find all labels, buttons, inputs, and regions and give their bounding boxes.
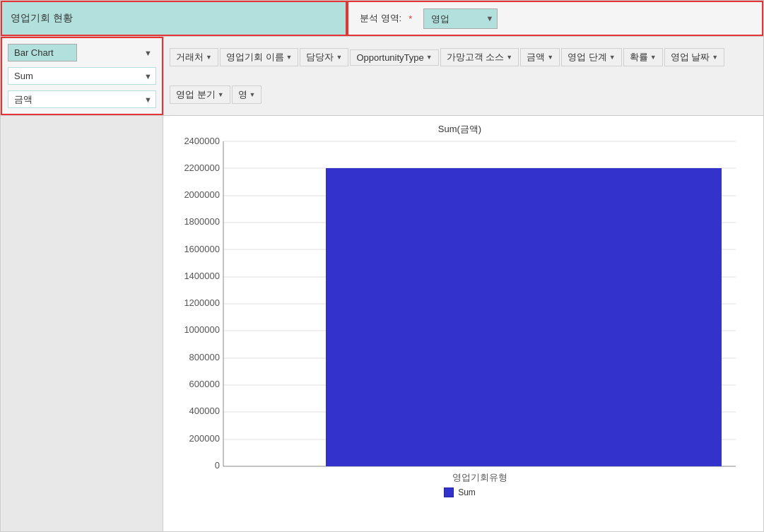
main-content: Sum(금액) 24000 xyxy=(1,116,763,531)
svg-text:2400000: 2400000 xyxy=(184,136,220,146)
filter-arrow-more-icon: ▼ xyxy=(249,91,256,98)
filter-arrow-opportunity-type-icon: ▼ xyxy=(426,54,433,61)
filter-label-probability: 확률 xyxy=(630,51,648,64)
filter-btn-amount[interactable]: 금액 ▼ xyxy=(520,48,560,66)
filter-label-more: 영 xyxy=(238,88,247,101)
filter-arrow-sales-stage-icon: ▼ xyxy=(609,54,616,61)
filter-label-opportunity-name: 영업기회 이름 xyxy=(226,51,284,64)
filter-arrow-lead-source-icon: ▼ xyxy=(506,54,512,61)
svg-text:600000: 600000 xyxy=(189,379,219,389)
analysis-region-panel: 분석 영역: * 영업 마케팅 고객서비스 ▼ xyxy=(347,1,763,36)
svg-text:1400000: 1400000 xyxy=(184,271,220,281)
chart-type-wrapper: Bar Chart Line Chart Pie Chart ▼ xyxy=(8,44,156,61)
filter-arrow-transaction-icon: ▼ xyxy=(206,54,212,61)
filter-arrow-probability-icon: ▼ xyxy=(650,54,657,61)
filter-label-amount: 금액 xyxy=(527,51,545,64)
left-sidebar xyxy=(1,116,163,531)
filter-label-sales-quarter: 영업 분기 xyxy=(176,88,216,101)
filter-btn-sales-date[interactable]: 영업 날짜 ▼ xyxy=(664,48,725,66)
chart-config-panel: Bar Chart Line Chart Pie Chart ▼ Sum Cou… xyxy=(1,37,163,115)
aggregation-select[interactable]: Sum Count Average Max Min xyxy=(8,67,156,85)
filter-btn-transaction[interactable]: 거래처 ▼ xyxy=(170,48,218,66)
field-wrapper: 금액 확률 영업 단계 ▼ xyxy=(8,90,156,108)
aggregation-row: Sum Count Average Max Min ▼ xyxy=(8,67,156,85)
bar-sum xyxy=(326,168,722,466)
analysis-select-wrapper: 영업 마케팅 고객서비스 ▼ xyxy=(423,8,498,29)
chart-type-select[interactable]: Bar Chart Line Chart Pie Chart xyxy=(8,44,77,61)
filter-label-transaction: 거래처 xyxy=(176,51,204,64)
svg-text:영업기회유형: 영업기회유형 xyxy=(452,472,507,483)
second-row: Bar Chart Line Chart Pie Chart ▼ Sum Cou… xyxy=(1,37,763,116)
filter-btn-sales-stage[interactable]: 영업 단계 ▼ xyxy=(561,48,622,66)
filter-label-lead-source: 가망고객 소스 xyxy=(447,51,505,64)
filter-btn-sales-quarter[interactable]: 영업 분기 ▼ xyxy=(170,85,230,104)
chart-area: Sum(금액) 24000 xyxy=(163,116,763,531)
svg-text:1600000: 1600000 xyxy=(184,244,220,254)
filter-arrow-opportunity-name-icon: ▼ xyxy=(286,54,293,61)
filter-btn-more[interactable]: 영 ▼ xyxy=(232,85,262,104)
filter-btn-opportunity-name[interactable]: 영업기회 이름 ▼ xyxy=(220,48,299,66)
legend-area: Sum xyxy=(444,487,476,497)
svg-text:200000: 200000 xyxy=(189,433,219,444)
aggregation-wrapper: Sum Count Average Max Min ▼ xyxy=(8,67,156,85)
field-select[interactable]: 금액 확률 영업 단계 xyxy=(8,90,156,108)
filter-arrow-sales-quarter-icon: ▼ xyxy=(218,91,224,98)
filter-label-opportunity-type: OpportunityType xyxy=(356,52,423,63)
app-container: 영업기회 현황 분석 영역: * 영업 마케팅 고객서비스 ▼ Bar Char… xyxy=(0,0,764,532)
legend-color-box xyxy=(444,487,454,497)
filter-arrow-amount-icon: ▼ xyxy=(547,54,553,61)
filter-label-assignee: 담당자 xyxy=(306,51,334,64)
analysis-label: 분석 영역: xyxy=(360,12,401,25)
page-title: 영업기회 현황 xyxy=(1,1,347,36)
svg-text:400000: 400000 xyxy=(189,406,219,416)
legend-label: Sum xyxy=(458,487,476,497)
filter-btn-probability[interactable]: 확률 ▼ xyxy=(623,48,663,66)
svg-text:2200000: 2200000 xyxy=(184,162,220,173)
chart-title: Sum(금액) xyxy=(438,123,481,136)
bar-chart-svg: 2400000 2200000 2000000 1800000 1600000 … xyxy=(184,141,736,480)
required-mark: * xyxy=(409,13,412,24)
filter-arrow-assignee-icon: ▼ xyxy=(336,54,342,61)
top-header: 영업기회 현황 분석 영역: * 영업 마케팅 고객서비스 ▼ xyxy=(1,1,763,37)
filter-btn-lead-source[interactable]: 가망고객 소스 ▼ xyxy=(440,48,519,66)
field-row: 금액 확률 영업 단계 ▼ xyxy=(8,90,156,108)
filter-label-sales-stage: 영업 단계 xyxy=(568,51,607,64)
analysis-select[interactable]: 영업 마케팅 고객서비스 xyxy=(423,8,498,29)
chart-type-selector: Bar Chart Line Chart Pie Chart ▼ xyxy=(8,44,156,61)
filter-btn-assignee[interactable]: 담당자 ▼ xyxy=(300,48,348,66)
filter-btn-opportunity-type[interactable]: OpportunityType ▼ xyxy=(350,49,438,66)
svg-text:1800000: 1800000 xyxy=(184,216,220,227)
filter-label-sales-date: 영업 날짜 xyxy=(671,51,710,64)
svg-text:1200000: 1200000 xyxy=(184,297,220,308)
svg-text:0: 0 xyxy=(214,460,219,471)
filter-arrow-sales-date-icon: ▼ xyxy=(712,54,718,61)
filter-bar: 거래처 ▼ 영업기회 이름 ▼ 담당자 ▼ OpportunityType ▼ … xyxy=(163,37,763,115)
svg-text:2000000: 2000000 xyxy=(184,189,220,200)
svg-text:1000000: 1000000 xyxy=(184,324,220,335)
chart-type-arrow-icon: ▼ xyxy=(144,49,152,57)
svg-text:800000: 800000 xyxy=(189,352,219,362)
